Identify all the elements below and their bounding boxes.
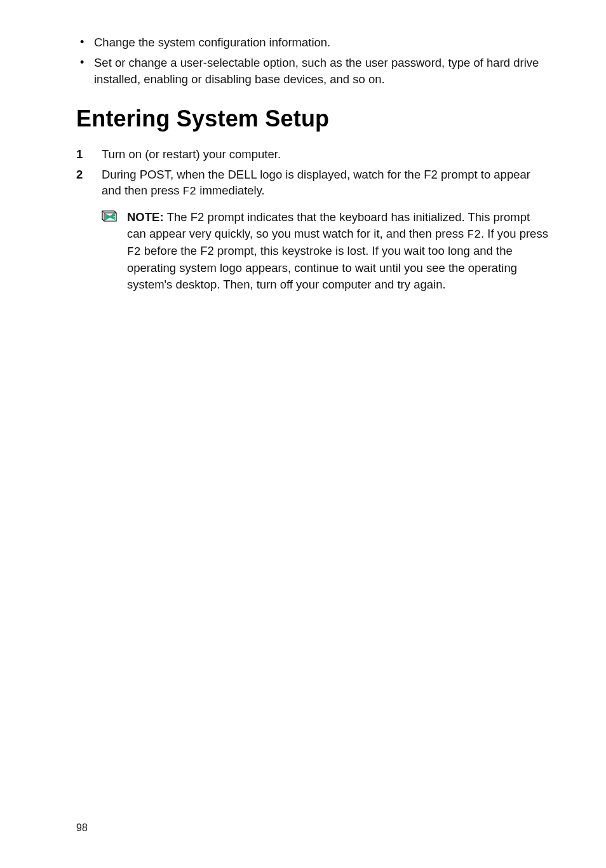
step-number: 1	[76, 146, 83, 163]
step-text-part: immediately.	[196, 184, 265, 197]
bullet-item: Set or change a user-selectable option, …	[76, 55, 549, 88]
page-number: 98	[76, 822, 88, 834]
intro-bullet-list: Change the system configuration informat…	[76, 34, 549, 88]
step-text: Turn on (or restart) your computer.	[102, 147, 281, 161]
note-block: NOTE: The F2 prompt indicates that the k…	[102, 209, 549, 293]
bullet-item: Change the system configuration informat…	[76, 34, 549, 51]
step-number: 2	[76, 166, 83, 183]
key-f2: F2	[183, 185, 197, 198]
section-heading: Entering System Setup	[76, 105, 549, 132]
note-icon	[102, 210, 117, 222]
step-item: 2 During POST, when the DELL logo is dis…	[76, 166, 549, 293]
note-text-part: . If you press	[481, 227, 548, 240]
step-text: During POST, when the DELL logo is displ…	[102, 168, 530, 198]
key-f2: F2	[467, 228, 481, 241]
numbered-steps-list: 1 Turn on (or restart) your computer. 2 …	[76, 146, 549, 293]
note-label: NOTE:	[127, 210, 167, 224]
step-text-part: During POST, when the DELL logo is displ…	[102, 168, 530, 198]
note-text-part: before the F2 prompt, this keystroke is …	[127, 244, 517, 291]
key-f2: F2	[127, 245, 141, 258]
note-text: NOTE: The F2 prompt indicates that the k…	[127, 210, 548, 291]
step-item: 1 Turn on (or restart) your computer.	[76, 146, 549, 163]
